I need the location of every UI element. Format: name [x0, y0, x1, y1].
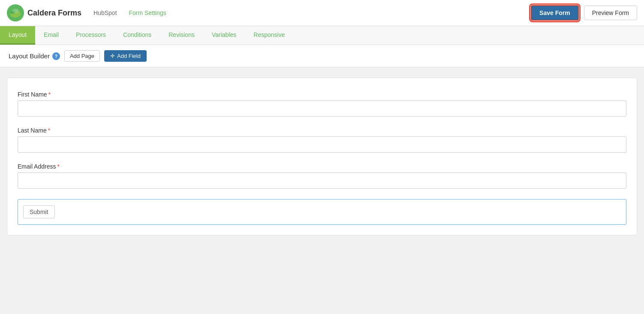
add-field-icon: ✛ [110, 53, 115, 59]
last-name-group: Last Name* [18, 127, 626, 153]
first-name-label: First Name* [18, 91, 626, 98]
submit-area: Submit [18, 199, 626, 225]
toolbar-title: Layout Builder ? [9, 52, 60, 60]
first-name-input[interactable] [18, 100, 626, 117]
main-content: First Name* Last Name* Email Address* Su… [0, 67, 644, 246]
email-input[interactable] [18, 172, 626, 189]
last-name-label: Last Name* [18, 127, 626, 134]
header: Caldera Forms HubSpot Form Settings Save… [0, 0, 644, 26]
logo-area: Caldera Forms [7, 4, 81, 21]
form-card: First Name* Last Name* Email Address* Su… [7, 78, 637, 236]
tab-processors[interactable]: Processors [67, 26, 114, 45]
tab-layout[interactable]: Layout [0, 26, 35, 45]
last-name-required: * [48, 127, 50, 134]
help-icon[interactable]: ? [52, 52, 60, 60]
add-page-button[interactable]: Add Page [64, 50, 100, 62]
preview-form-button[interactable]: Preview Form [584, 6, 637, 20]
logo-icon [7, 4, 24, 21]
hubspot-nav[interactable]: HubSpot [90, 8, 120, 18]
email-label: Email Address* [18, 163, 626, 170]
tabs-bar: Layout Email Processors Conditions Revis… [0, 26, 644, 45]
layout-builder-label: Layout Builder [9, 52, 50, 60]
tab-variables[interactable]: Variables [203, 26, 245, 45]
form-settings-nav[interactable]: Form Settings [126, 8, 170, 18]
add-field-button[interactable]: ✛ Add Field [104, 50, 147, 62]
app-title: Caldera Forms [27, 9, 81, 18]
first-name-group: First Name* [18, 91, 626, 117]
layout-toolbar: Layout Builder ? Add Page ✛ Add Field [0, 45, 644, 67]
tab-revisions[interactable]: Revisions [160, 26, 203, 45]
tab-responsive[interactable]: Responsive [245, 26, 293, 45]
tab-email[interactable]: Email [35, 26, 67, 45]
save-form-button[interactable]: Save Form [531, 5, 579, 21]
email-required: * [57, 163, 59, 170]
last-name-input[interactable] [18, 136, 626, 153]
email-group: Email Address* [18, 163, 626, 189]
first-name-required: * [48, 91, 50, 98]
svg-point-4 [12, 9, 19, 13]
add-field-label: Add Field [117, 53, 141, 59]
tab-conditions[interactable]: Conditions [114, 26, 160, 45]
submit-button[interactable]: Submit [23, 205, 55, 218]
